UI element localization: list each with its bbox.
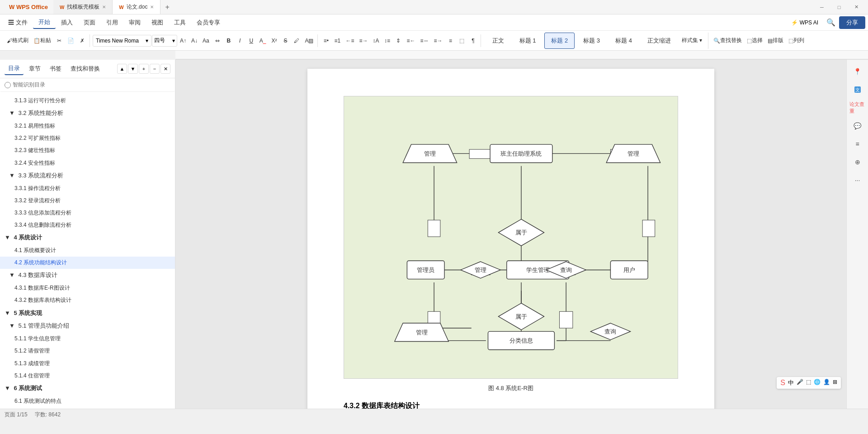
decrease-indent-button[interactable]: ←≡: [343, 34, 356, 47]
line-spacing-button[interactable]: ↕≡: [382, 34, 392, 47]
search-icon[interactable]: 🔍: [826, 18, 835, 27]
style-heading3-button[interactable]: 标题 3: [576, 33, 607, 49]
toc-item-5[interactable]: ▼ 5 系统实现: [0, 307, 175, 320]
font-color-button[interactable]: A_: [257, 34, 269, 47]
toc-item-3-3-2[interactable]: 3.3.2 登录流程分析: [0, 195, 175, 207]
menu-page[interactable]: 页面: [78, 17, 101, 29]
window-minimize-button[interactable]: ─: [814, 1, 830, 14]
toc-item-3-3-4[interactable]: 3.3.4 信息删除流程分析: [0, 219, 175, 231]
zoom-button[interactable]: ⊕: [849, 154, 866, 170]
toc-item-4-3-2[interactable]: 4.3.2 数据库表结构设计: [0, 294, 175, 306]
mic-icon[interactable]: 🎤: [797, 379, 803, 387]
style-heading4-button[interactable]: 标题 4: [609, 33, 639, 49]
clear-button[interactable]: ✗: [77, 34, 88, 47]
toc-item-3-3-1[interactable]: 3.3.1 操作流程分析: [0, 182, 175, 195]
nav-button[interactable]: ≡: [849, 136, 866, 152]
superscript-button[interactable]: X²: [269, 34, 279, 47]
menu-vip[interactable]: 会员专享: [191, 17, 226, 29]
user-icon[interactable]: 👤: [823, 379, 830, 387]
wps-ai-button[interactable]: ⚡ WPS AI: [787, 18, 823, 28]
bold-button[interactable]: B: [223, 34, 234, 47]
font-decrease-button[interactable]: A↓: [189, 34, 200, 47]
font-size-selector[interactable]: 四号 ▾: [152, 35, 177, 47]
toc-item-3-2-2[interactable]: 3.2.2 可扩展性指标: [0, 132, 175, 144]
menu-file[interactable]: ☰ 文件: [3, 17, 33, 29]
sidebar-tab-toc[interactable]: 目录: [5, 62, 24, 75]
align-right-button[interactable]: ≡→: [432, 34, 445, 47]
toc-item-6-1[interactable]: 6.1 系统测试的特点: [0, 395, 175, 407]
style-indent-button[interactable]: 正文缩进: [641, 33, 678, 49]
tab-doc-close[interactable]: ✕: [150, 5, 154, 10]
para-format-button[interactable]: ¶: [468, 34, 479, 47]
menu-review[interactable]: 审阅: [123, 17, 146, 29]
tab-add-button[interactable]: +: [160, 3, 174, 11]
sort-button[interactable]: ↕A: [370, 34, 381, 47]
essay-check-button[interactable]: 论文查重: [849, 100, 866, 116]
style-normal-button[interactable]: 正文: [486, 33, 511, 49]
document-area[interactable]: 班主任助理系统 管理 管理 属于 学生管理 管理员: [175, 60, 846, 409]
toc-remove-button[interactable]: −: [150, 64, 160, 74]
numbering-button[interactable]: ≡1: [332, 34, 343, 47]
proofread-button[interactable]: 文: [849, 81, 866, 98]
para-spacing-button[interactable]: ⇕: [393, 34, 404, 47]
cut-button[interactable]: ✂: [54, 34, 65, 47]
font-increase-button[interactable]: A↑: [178, 34, 189, 47]
select-button[interactable]: ⬚ 选择: [745, 34, 765, 47]
char-spacing-button[interactable]: ⇔: [212, 34, 223, 47]
tab-doc[interactable]: W 论文.doc ✕: [113, 0, 160, 14]
toc-item-4[interactable]: ▼ 4 系统设计: [0, 231, 175, 244]
paste-button[interactable]: 📋粘贴: [31, 34, 53, 47]
sidebar-tab-bookmark[interactable]: 书签: [46, 63, 65, 75]
find-replace-button[interactable]: 🔍 查找替换: [711, 34, 744, 47]
menu-home[interactable]: 开始: [33, 16, 56, 29]
style-gallery-button[interactable]: 样式集 ▾: [679, 34, 704, 47]
format-painter-button[interactable]: 🖌格式刷: [5, 34, 31, 47]
toc-item-3-2-3[interactable]: 3.2.3 健壮性指标: [0, 144, 175, 157]
justify-button[interactable]: ≡: [445, 34, 456, 47]
menu-tools[interactable]: 工具: [169, 17, 191, 29]
underline-button[interactable]: U: [246, 34, 257, 47]
toc-item-5-1-1[interactable]: 5.1.1 学生信息管理: [0, 333, 175, 345]
toc-item-5-1-2[interactable]: 5.1.2 请假管理: [0, 345, 175, 357]
screenshot-icon[interactable]: ⬚: [806, 379, 811, 387]
window-close-button[interactable]: ✕: [848, 1, 864, 14]
align-row-button[interactable]: ⬚ 列列: [786, 34, 807, 47]
toc-item-5-1[interactable]: ▼ 5.1 管理员功能介绍: [0, 320, 175, 333]
toc-item-4-3[interactable]: ▼ 4.3 数据库设计: [0, 269, 175, 282]
location-button[interactable]: 📍: [849, 63, 866, 80]
toc-item-6[interactable]: ▼ 6 系统测试: [0, 382, 175, 395]
toc-item-4-1[interactable]: 4.1 系统概要设计: [0, 244, 175, 257]
toc-item-3-1-3[interactable]: 3.1.3 运行可行性分析: [0, 95, 175, 107]
toc-item-5-1-4[interactable]: 5.1.4 住宿管理: [0, 370, 175, 382]
align-center-button[interactable]: ≡↔: [418, 34, 431, 47]
toc-collapse-4-3[interactable]: ▼: [9, 272, 15, 278]
menu-insert[interactable]: 插入: [56, 17, 78, 29]
toc-collapse-4[interactable]: ▼: [5, 234, 10, 241]
share-button[interactable]: 分享: [839, 16, 865, 29]
toc-collapse-5-1[interactable]: ▼: [9, 322, 15, 329]
more-button[interactable]: ···: [849, 172, 866, 188]
toc-item-3-2[interactable]: ▼ 3.2 系统性能分析: [0, 107, 175, 120]
copy-button[interactable]: 📄: [65, 34, 76, 47]
italic-button[interactable]: I: [235, 34, 245, 47]
menu-view[interactable]: 视图: [146, 17, 169, 29]
tab-template[interactable]: W 找模板壳模板 ✕: [53, 0, 113, 14]
toc-expand-all-button[interactable]: ▼: [128, 64, 138, 74]
toc-collapse-6[interactable]: ▼: [5, 385, 10, 391]
toc-item-3-2-4[interactable]: 3.2.4 安全性指标: [0, 157, 175, 169]
increase-indent-button[interactable]: ≡→: [357, 34, 370, 47]
toc-collapse-5[interactable]: ▼: [5, 310, 10, 316]
toc-item-4-2[interactable]: 4.2 系统功能结构设计: [0, 257, 175, 269]
toc-item-5-1-3[interactable]: 5.1.3 成绩管理: [0, 358, 175, 370]
bullets-button[interactable]: ≡•: [321, 34, 331, 47]
sidebar-close-button[interactable]: ✕: [160, 64, 170, 74]
sidebar-tab-chapter[interactable]: 章节: [25, 63, 44, 75]
ai-toc-button[interactable]: 智能识别目录: [0, 78, 175, 92]
zhong-icon[interactable]: 中: [788, 379, 794, 387]
arrange-button[interactable]: ▤ 排版: [765, 34, 786, 47]
toc-collapse-3-3[interactable]: ▼: [9, 172, 15, 179]
highlight-button[interactable]: 🖊: [291, 34, 302, 47]
toc-item-6-2[interactable]: ▼ 6.2 系统功能测试: [0, 407, 175, 409]
sidebar-tab-find[interactable]: 查找和替换: [67, 63, 104, 75]
text-bg-button[interactable]: A▨: [302, 34, 316, 47]
